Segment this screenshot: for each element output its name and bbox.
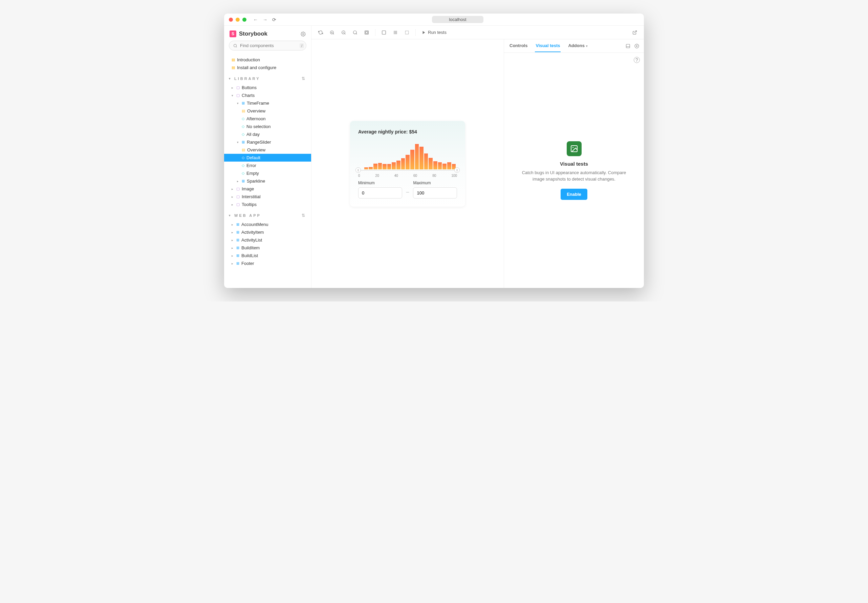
doc-introduction[interactable]: ▤Introduction [224,56,311,64]
maximize-window-button[interactable] [242,18,247,22]
bookmark-icon: ◇ [242,132,244,136]
component-icon: ⊞ [236,238,239,242]
component-timeframe[interactable]: ▾⊞TimeFrame [224,99,311,107]
search-field[interactable] [240,43,297,48]
chevron-down-icon: ▾ [229,77,231,80]
zoom-in-button[interactable] [327,28,337,37]
component-icon: ⊞ [242,101,245,105]
collapse-icon[interactable]: ⇅ [302,213,306,218]
histogram-bar [392,162,396,169]
chevron-down-icon: ▾ [229,214,231,217]
folder-icon: ▢ [236,202,240,207]
forward-button[interactable]: → [263,17,267,22]
histogram-bar [396,161,401,169]
tab-addons[interactable]: Addons▾ [567,40,588,52]
histogram-bar [442,164,447,169]
tick-label: 100 [451,174,457,178]
remount-button[interactable] [316,28,326,37]
folder-icon: ▢ [236,195,240,199]
folder-tooltips[interactable]: ▸▢Tooltips [224,201,311,208]
folder-icon: ▢ [236,85,240,90]
zoom-out-button[interactable] [339,28,349,37]
svg-line-26 [634,31,637,32]
svg-line-2 [236,46,237,47]
bookmark-icon: ◇ [242,124,244,129]
component-footer[interactable]: ▸⊞Footer [224,260,311,267]
min-label: Minimum [358,181,402,185]
svg-rect-12 [365,31,368,34]
tab-visual-tests[interactable]: Visual tests [535,40,561,52]
canvas-toolbar: Run tests [311,26,644,39]
folder-image[interactable]: ▸▢Image [224,185,311,193]
slider-track[interactable]: || || [358,170,457,170]
component-sparkline[interactable]: ▸⊞Sparkline [224,177,311,185]
tick-label: 60 [413,174,417,178]
tick-label: 20 [375,174,379,178]
panel-position-button[interactable] [626,44,631,48]
folder-icon: ▢ [236,187,240,191]
story-rs-empty[interactable]: ◇Empty [224,169,311,177]
grid-button[interactable] [390,28,401,37]
search-input[interactable]: / [229,41,306,51]
main-area: S Storybook / ▤Introduction ▤Inst [224,26,644,288]
slider-handle-max[interactable]: || [454,167,460,173]
min-input[interactable] [358,187,402,198]
story-tf-noselection[interactable]: ◇No selection [224,123,311,130]
story-tf-afternoon[interactable]: ◇Afternoon [224,115,311,123]
folder-charts[interactable]: ▾▢Charts [224,91,311,99]
section-webapp[interactable]: ▾WEB APP ⇅ [224,210,311,221]
histogram-bar [368,167,373,169]
search-shortcut: / [300,43,304,48]
zoom-reset-button[interactable] [350,28,360,37]
settings-gear-icon[interactable] [301,31,306,37]
measure-button[interactable] [402,28,412,37]
canvas-wrap: Average nightly price: $54 || || 0204060… [311,39,644,288]
close-panel-button[interactable] [634,44,639,48]
document-icon: ▤ [231,65,235,70]
component-activityitem[interactable]: ▸⊞ActivityItem [224,228,311,236]
tick-label: 40 [395,174,398,178]
open-new-tab-button[interactable] [630,28,640,37]
section-library[interactable]: ▾LIBRARY ⇅ [224,74,311,83]
storybook-logo-icon: S [230,31,236,37]
svg-rect-14 [382,31,386,34]
chevron-down-icon: ▾ [237,102,240,105]
component-builditem[interactable]: ▸⊞BuildItem [224,244,311,252]
story-tf-allday[interactable]: ◇All day [224,130,311,138]
folder-buttons[interactable]: ▸▢Buttons [224,83,311,91]
story-rs-default[interactable]: ◇Default [224,154,311,162]
addon-panel: Controls Visual tests Addons▾ ? V [504,39,644,288]
histogram-bar [387,164,392,169]
close-window-button[interactable] [229,18,233,22]
story-rs-overview[interactable]: ▤Overview [224,146,311,154]
component-buildlist[interactable]: ▸⊞BuildList [224,252,311,260]
svg-point-10 [353,31,356,34]
minimize-window-button[interactable] [236,18,240,22]
histogram-bar [447,162,451,169]
address-bar[interactable]: localhost [432,16,483,23]
folder-interstitial[interactable]: ▸▢Interstitial [224,193,311,201]
story-rs-error[interactable]: ◇Error [224,162,311,169]
histogram-chart: || || 020406080100 [358,141,457,175]
max-input[interactable] [413,187,457,198]
component-accountmenu[interactable]: ▸⊞AccountMenu [224,221,311,228]
component-activitylist[interactable]: ▸⊞ActivityList [224,236,311,244]
help-icon[interactable]: ? [634,57,640,63]
chevron-right-icon: ▸ [231,187,234,191]
brand-name: Storybook [239,31,267,37]
background-button[interactable] [379,28,389,37]
viewport-button[interactable] [362,28,372,37]
slider-handle-min[interactable]: || [355,167,361,173]
reload-button[interactable]: ⟳ [272,17,276,22]
enable-button[interactable]: Enable [561,189,587,200]
run-tests-button[interactable]: Run tests [419,28,449,37]
max-label: Maximum [413,181,457,185]
tab-controls[interactable]: Controls [509,40,528,52]
story-tf-overview[interactable]: ▤Overview [224,107,311,115]
collapse-icon[interactable]: ⇅ [302,76,306,81]
doc-install[interactable]: ▤Install and configure [224,64,311,71]
component-rangeslider[interactable]: ▾⊞RangeSlider [224,138,311,146]
chevron-right-icon: ▸ [231,195,234,198]
svg-point-20 [396,32,397,32]
back-button[interactable]: ← [253,17,258,22]
